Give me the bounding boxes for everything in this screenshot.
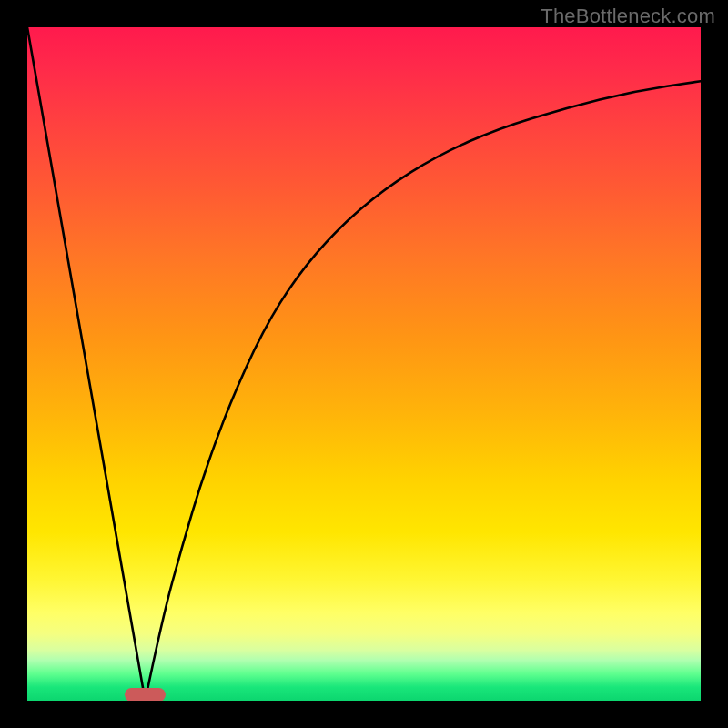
- optimum-marker: [125, 688, 165, 701]
- chart-frame: TheBottleneck.com: [0, 0, 728, 728]
- left-slope-line: [27, 27, 146, 701]
- watermark-text: TheBottleneck.com: [541, 5, 715, 28]
- plot-area: [27, 27, 701, 701]
- curve-layer: [27, 27, 701, 701]
- right-curve-line: [146, 81, 702, 701]
